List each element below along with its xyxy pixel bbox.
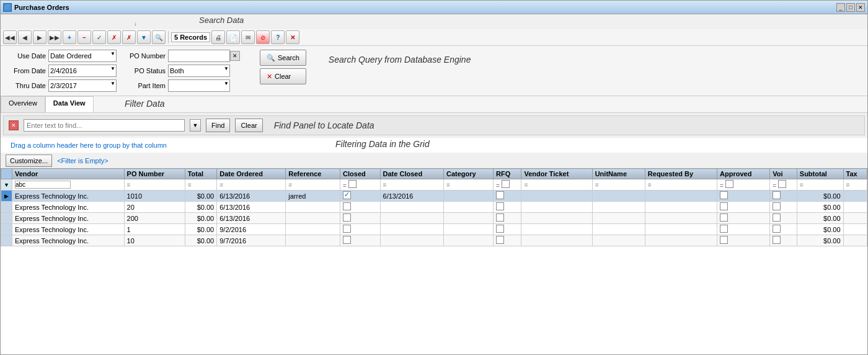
nav-last-button[interactable]: ▶▶ [48, 30, 61, 44]
print-button[interactable]: 🖨 [211, 30, 225, 44]
delete-button[interactable]: − [78, 30, 91, 44]
filter-total-cell[interactable]: = [185, 179, 217, 191]
rfq-cell-checkbox[interactable] [496, 225, 504, 233]
rfq-cell[interactable] [493, 235, 521, 246]
closed-cell-checkbox[interactable] [343, 213, 351, 222]
closed-cell[interactable] [340, 235, 380, 246]
filter-button[interactable]: ▼ [137, 30, 151, 44]
find-clear-x-btn[interactable]: ✕ [9, 120, 19, 130]
from-date-select[interactable]: 2/4/2016 [48, 65, 117, 77]
approved-cell-checkbox[interactable] [720, 225, 728, 233]
po-number-input[interactable] [168, 50, 230, 62]
filter-po-cell[interactable]: = [124, 179, 185, 191]
do-search-button[interactable]: 🔍 Search [260, 50, 306, 66]
add-button[interactable]: + [63, 30, 76, 44]
closed-cell-checkbox[interactable] [343, 236, 351, 244]
approved-cell[interactable] [717, 191, 770, 202]
filter-category-cell[interactable]: = [443, 179, 493, 191]
approved-cell-checkbox[interactable] [720, 213, 728, 222]
filter-approved-cell[interactable]: = [717, 179, 770, 191]
table-row[interactable]: ▶Express Technology Inc.1010$0.006/13/20… [1, 191, 867, 202]
voi-cell[interactable] [770, 213, 797, 224]
search-button[interactable]: 🔍 [152, 30, 166, 44]
approved-cell[interactable] [717, 224, 770, 235]
preview-button[interactable]: 📄 [226, 30, 240, 44]
stop-button[interactable]: ⊘ [256, 30, 270, 44]
table-row[interactable]: Express Technology Inc.10$0.009/7/2016$0… [1, 235, 867, 246]
rfq-cell-checkbox[interactable] [496, 202, 504, 210]
maximize-button[interactable]: □ [846, 3, 855, 12]
find-dropdown-btn[interactable]: ▼ [190, 119, 201, 132]
col-rfq[interactable]: RFQ [493, 169, 521, 179]
col-subtotal[interactable]: Subtotal [797, 169, 843, 179]
use-date-select[interactable]: Date Ordered [48, 50, 117, 62]
nav-next-button[interactable]: ▶ [33, 30, 46, 44]
table-row[interactable]: Express Technology Inc.20$0.006/13/2016$… [1, 202, 867, 213]
approved-cell[interactable] [717, 213, 770, 224]
tab-overview[interactable]: Overview [1, 96, 45, 112]
filter-closed-cell[interactable]: = [340, 179, 380, 191]
col-requested-by[interactable]: Requested By [645, 169, 717, 179]
voi-cell-checkbox[interactable] [773, 202, 781, 210]
col-po-number[interactable]: PO Number [124, 169, 185, 179]
voi-cell-checkbox[interactable] [773, 213, 781, 222]
part-item-select[interactable] [168, 79, 230, 92]
filter-requested-by-cell[interactable]: = [645, 179, 717, 191]
col-tax[interactable]: Tax [843, 169, 867, 179]
col-closed[interactable]: Closed [340, 169, 380, 179]
filter-rfq-cell[interactable]: = [493, 179, 521, 191]
col-date-ordered[interactable]: Date Ordered [217, 169, 286, 179]
col-approved[interactable]: Approved [717, 169, 770, 179]
filter-voi-checkbox[interactable] [778, 180, 786, 188]
filter-date-closed-cell[interactable]: = [380, 179, 443, 191]
find-panel-clear-button[interactable]: Clear [235, 119, 262, 132]
closed-cell-checkbox[interactable] [343, 191, 351, 199]
tab-data-view[interactable]: Data View [45, 96, 94, 112]
filter-closed-checkbox[interactable] [348, 180, 356, 188]
thru-date-select[interactable]: 2/3/2017 [48, 79, 117, 92]
filter-rfq-checkbox[interactable] [502, 180, 510, 188]
rfq-cell[interactable] [493, 191, 521, 202]
voi-cell[interactable] [770, 202, 797, 213]
voi-cell[interactable] [770, 235, 797, 246]
closed-cell[interactable] [340, 213, 380, 224]
closed-cell[interactable] [340, 202, 380, 213]
help-button[interactable]: ? [271, 30, 285, 44]
po-status-select[interactable]: Both Open Closed [168, 65, 230, 77]
save-button[interactable]: ✓ [92, 30, 106, 44]
filter-unitname-cell[interactable]: = [592, 179, 645, 191]
filter-voi-cell[interactable]: = [770, 179, 797, 191]
rfq-cell[interactable] [493, 202, 521, 213]
table-row[interactable]: Express Technology Inc.200$0.006/13/2016… [1, 213, 867, 224]
find-button[interactable]: Find [206, 119, 230, 132]
voi-cell-checkbox[interactable] [773, 225, 781, 233]
filter-subtotal-cell[interactable]: = [797, 179, 843, 191]
voi-cell-checkbox[interactable] [773, 236, 781, 244]
closed-cell[interactable] [340, 224, 380, 235]
col-vendor[interactable]: Vendor [12, 169, 124, 179]
col-vendor-ticket[interactable]: Vendor Ticket [521, 169, 592, 179]
rfq-cell[interactable] [493, 224, 521, 235]
cancel-button[interactable]: ✗ [107, 30, 121, 44]
rfq-cell-checkbox[interactable] [496, 213, 504, 222]
approved-cell-checkbox[interactable] [720, 236, 728, 244]
po-number-clear-btn[interactable]: ✕ [230, 51, 240, 61]
close-x-button[interactable]: ✕ [286, 30, 299, 44]
col-date-closed[interactable]: Date Closed [380, 169, 443, 179]
table-row[interactable]: Express Technology Inc.1$0.009/2/2016$0.… [1, 224, 867, 235]
voi-cell-checkbox[interactable] [773, 191, 781, 199]
filter-vendor-input[interactable] [15, 181, 71, 189]
rfq-cell[interactable] [493, 213, 521, 224]
filter-vendor-ticket-cell[interactable]: = [521, 179, 592, 191]
email-button[interactable]: ✉ [241, 30, 255, 44]
minimize-button[interactable]: _ [836, 3, 845, 12]
close-record-button[interactable]: ✗ [122, 30, 136, 44]
approved-cell-checkbox[interactable] [720, 191, 728, 199]
close-button[interactable]: ✕ [856, 3, 865, 12]
col-voi[interactable]: Voi [770, 169, 797, 179]
filter-vendor-cell[interactable] [12, 179, 124, 191]
voi-cell[interactable] [770, 224, 797, 235]
customize-button[interactable]: Customize... [6, 155, 52, 167]
approved-cell[interactable] [717, 202, 770, 213]
filter-date-ordered-cell[interactable]: = [217, 179, 286, 191]
